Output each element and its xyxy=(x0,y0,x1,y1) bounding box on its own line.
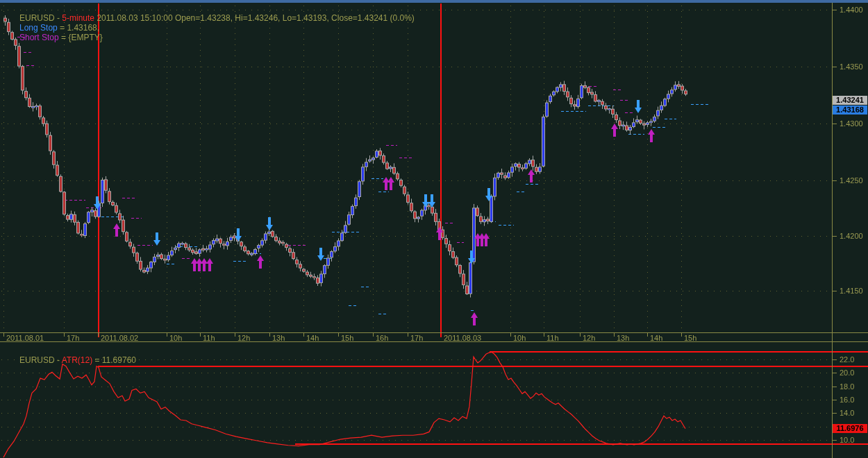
chart-window: EURUSD - 5-minute 2011.08.03 15:10:00 Op… xyxy=(0,0,868,458)
chart-canvas[interactable] xyxy=(0,0,868,458)
window-titlebar[interactable] xyxy=(0,0,868,3)
